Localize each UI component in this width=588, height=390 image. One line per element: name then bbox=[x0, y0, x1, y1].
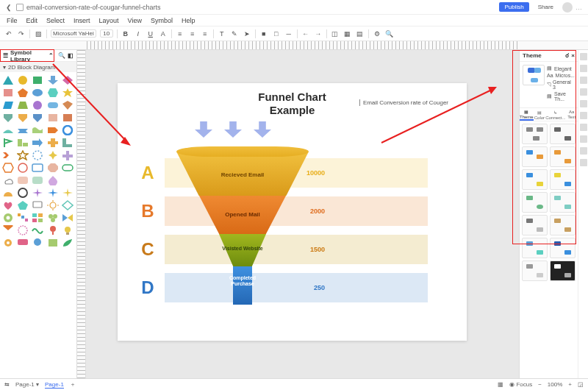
pages-dropdown[interactable]: Page-1 ▾ bbox=[15, 381, 39, 388]
shadow-icon[interactable]: ◫ bbox=[331, 29, 340, 38]
shape-corner[interactable] bbox=[17, 138, 29, 148]
shape-chev[interactable] bbox=[2, 150, 14, 160]
shape-parallelogram[interactable] bbox=[2, 100, 14, 110]
shape-star2[interactable] bbox=[17, 150, 29, 160]
theme-item[interactable] bbox=[522, 192, 548, 213]
shape-callout[interactable] bbox=[32, 200, 43, 210]
bold-icon[interactable]: B bbox=[121, 29, 130, 38]
shape-rr3[interactable] bbox=[32, 175, 43, 185]
zoom-in-icon[interactable]: + bbox=[568, 381, 572, 388]
theme-item[interactable] bbox=[522, 169, 548, 190]
shape-star4[interactable] bbox=[32, 188, 43, 198]
shape-pin[interactable] bbox=[47, 225, 59, 235]
shape-gear[interactable] bbox=[2, 238, 14, 248]
shape-drop[interactable] bbox=[47, 175, 59, 185]
theme-item[interactable] bbox=[550, 260, 576, 281]
shape-triangle[interactable] bbox=[2, 75, 14, 85]
shape-flag[interactable] bbox=[2, 138, 14, 148]
input-arrow-3[interactable] bbox=[254, 121, 271, 138]
shape-kite[interactable] bbox=[62, 100, 74, 110]
italic-icon[interactable]: I bbox=[134, 29, 143, 38]
tool-style-icon[interactable] bbox=[580, 77, 587, 84]
format-painter-icon[interactable]: ▧ bbox=[34, 29, 43, 38]
more-dots[interactable]: … bbox=[576, 4, 582, 11]
filter-icon[interactable]: ◧ bbox=[68, 52, 74, 59]
shape-shield3[interactable] bbox=[32, 113, 43, 123]
canvas[interactable]: Funnel Chart Example Email Conversion ra… bbox=[77, 50, 519, 378]
menu-layout[interactable]: Layout bbox=[97, 16, 121, 25]
theme-item[interactable] bbox=[550, 192, 576, 213]
undo-icon[interactable]: ↶ bbox=[4, 29, 13, 38]
focus-mode[interactable]: ◉ Focus bbox=[509, 381, 532, 388]
arrow-end-icon[interactable]: → bbox=[314, 29, 323, 38]
menu-edit[interactable]: Edit bbox=[24, 16, 40, 25]
shape-circle[interactable] bbox=[17, 75, 29, 85]
shape-tag[interactable] bbox=[47, 125, 59, 135]
shape-rr2[interactable] bbox=[17, 175, 29, 185]
line-color-icon[interactable]: □ bbox=[272, 29, 281, 38]
tool-layers-icon[interactable] bbox=[580, 147, 587, 155]
shape-bulb[interactable] bbox=[62, 225, 74, 235]
theme-item[interactable] bbox=[550, 146, 576, 167]
preset-general3[interactable]: ◹General 3 bbox=[547, 79, 575, 91]
tool-comment-icon[interactable] bbox=[580, 135, 587, 143]
tool-text-icon[interactable] bbox=[580, 53, 587, 60]
tab-color[interactable]: ▤Color bbox=[534, 108, 545, 121]
menu-symbol[interactable]: Symbol bbox=[148, 16, 175, 25]
menu-select[interactable]: Select bbox=[44, 16, 67, 25]
fill-color-icon[interactable]: ■ bbox=[259, 29, 268, 38]
chart-subtitle[interactable]: Email Conversion rate of Couger bbox=[359, 99, 448, 106]
pen-icon[interactable]: ✎ bbox=[230, 29, 239, 38]
shape-cross[interactable] bbox=[47, 138, 59, 148]
input-arrow-1[interactable] bbox=[195, 121, 212, 138]
pointer-icon[interactable]: ➤ bbox=[243, 29, 251, 38]
tool-table-icon[interactable] bbox=[580, 100, 587, 107]
funnel-shape[interactable]: Recieved Email Opened Mail Visisted Webs… bbox=[176, 146, 309, 308]
shape-donut[interactable] bbox=[2, 213, 14, 223]
shape-clover[interactable] bbox=[47, 213, 59, 223]
theme-item[interactable] bbox=[522, 146, 548, 167]
ungroup-icon[interactable]: ▤ bbox=[356, 29, 365, 38]
shape-circ-o[interactable] bbox=[17, 163, 29, 173]
zoom-out-icon[interactable]: − bbox=[538, 381, 542, 388]
user-avatar[interactable] bbox=[562, 2, 573, 13]
tab-connect[interactable]: ↳Connect... bbox=[545, 108, 565, 121]
shape-leaf[interactable] bbox=[62, 238, 74, 248]
back-button[interactable]: ❮ bbox=[6, 4, 12, 11]
shape-burst[interactable] bbox=[32, 150, 43, 160]
align-left-icon[interactable]: ≡ bbox=[176, 29, 184, 38]
shape-fan[interactable] bbox=[2, 225, 14, 235]
theme-item[interactable] bbox=[550, 124, 576, 144]
menu-file[interactable]: File bbox=[4, 16, 20, 25]
shape-wave[interactable] bbox=[32, 125, 43, 135]
search-icon[interactable]: 🔍 bbox=[385, 29, 394, 38]
shape-pentagon[interactable] bbox=[17, 88, 29, 98]
shape-ring[interactable] bbox=[62, 125, 74, 135]
shape-arc[interactable] bbox=[2, 188, 14, 198]
group-icon[interactable]: ▦ bbox=[343, 29, 352, 38]
shape-heptagon[interactable] bbox=[32, 100, 43, 110]
font-size[interactable]: 10 bbox=[100, 29, 113, 38]
line-style-icon[interactable]: ─ bbox=[284, 29, 293, 38]
chevron-up-icon[interactable]: ⌃ bbox=[49, 52, 54, 59]
font-color-icon[interactable]: A bbox=[159, 29, 168, 38]
line-spacing-icon[interactable]: ≡ bbox=[201, 29, 209, 38]
theme-item[interactable] bbox=[522, 124, 548, 144]
grid-toggle-icon[interactable]: ▦ bbox=[498, 381, 503, 388]
shape-pixels[interactable] bbox=[17, 213, 29, 223]
shape-shield[interactable] bbox=[2, 113, 14, 123]
shape-chat[interactable] bbox=[17, 238, 29, 248]
preset-elegant[interactable]: ▤Elegant bbox=[547, 65, 575, 72]
zoom-level[interactable]: 100% bbox=[548, 381, 562, 388]
more-options-icon[interactable]: ⚙ bbox=[373, 29, 381, 38]
underline-icon[interactable]: U bbox=[146, 29, 155, 38]
shape-arrow-down[interactable] bbox=[47, 75, 59, 85]
page[interactable]: Funnel Chart Example Email Conversion ra… bbox=[118, 83, 467, 341]
pin-icon[interactable]: ☌ bbox=[565, 52, 569, 59]
shape-cloud[interactable] bbox=[2, 175, 14, 185]
fullscreen-icon[interactable]: ◲ bbox=[578, 381, 584, 388]
shape-hexagon[interactable] bbox=[47, 88, 59, 98]
font-select[interactable]: Microsoft YaHei bbox=[51, 29, 96, 38]
shape-diamond2[interactable] bbox=[62, 200, 74, 210]
shape-cylinder[interactable] bbox=[2, 88, 14, 98]
